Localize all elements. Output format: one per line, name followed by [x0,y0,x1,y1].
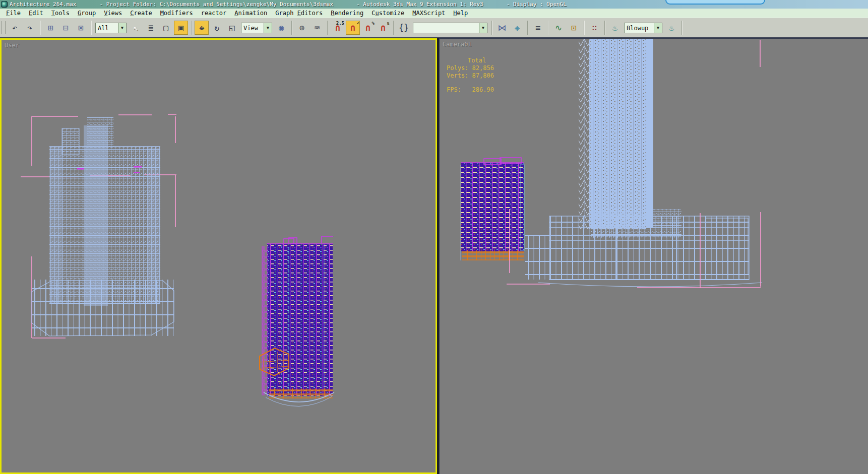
menu-item-tools[interactable]: Tools [47,9,74,17]
viewport-area: User [0,38,868,474]
chevron-down-icon[interactable]: ▼ [264,23,272,33]
angle-snap-toggle[interactable]: ∩∠ [346,21,360,35]
menu-item-create[interactable]: Create [126,9,156,17]
stats-fps: FPS: 286.90 [447,86,494,94]
toolbar-separator [40,21,40,35]
user-viewport-canvas[interactable] [2,40,436,472]
window-crossing-toggle[interactable]: ▣ [174,21,188,35]
snap-type-label: ⇅ [387,21,390,26]
percent-snap-icon: ∩ [365,23,371,32]
chevron-down-icon[interactable]: ▼ [479,23,487,33]
select-and-scale-icon: ◱ [229,24,234,32]
menu-item-graph-editors[interactable]: Graph Editors [271,9,327,17]
snap-type-label: 2.5 [336,21,344,26]
viewport-user[interactable]: User [0,38,437,474]
select-and-move-button[interactable]: ↔↕ [195,21,209,35]
toolbar-separator [91,21,91,35]
angle-snap-icon: ∩ [350,23,356,32]
undo-button[interactable]: ↶ [8,21,22,35]
menu-item-maxscript[interactable]: MAXScript [408,9,449,17]
toolbar-separator [548,21,548,35]
title-filename: Architecture 264.max [10,1,76,8]
spinner-snap-toggle[interactable]: ∩⇅ [376,21,390,35]
menu-item-modifiers[interactable]: Modifiers [156,9,197,17]
3dsmax-window: Architecture 264.max - Project Folder: C… [0,0,868,474]
building-podium-camera [525,209,762,287]
toolbar-separator [393,21,394,35]
stats-total-label: Total [468,57,494,64]
rectangular-selection-region-button[interactable]: ▢ [159,21,173,35]
viewport-label-camera[interactable]: Camera01 [443,41,472,48]
named-selection-sets-combo[interactable]: ▼ [413,23,487,33]
select-object-button[interactable]: ↖ [129,21,143,35]
viewport-statistics: Total Polys: 82,856 Verts: 87,806 FPS: 2… [447,57,494,94]
select-by-name-button[interactable]: ≣ [144,21,158,35]
edit-named-selection-sets-button[interactable]: {} [397,21,411,35]
snap-type-label: ∠ [357,21,359,26]
chevron-down-icon[interactable]: ▼ [654,23,662,33]
move-crosshair-icon: ↕ [199,23,204,32]
material-editor-icon: ∷ [592,24,597,32]
menu-item-reactor[interactable]: reactor [197,9,231,17]
use-pivot-point-center-button[interactable]: ◉ [274,21,288,35]
percent-snap-toggle[interactable]: ∩% [361,21,375,35]
menu-item-customize[interactable]: Customize [367,9,408,17]
toolbar-separator [527,21,528,35]
render-scene-dialog-button[interactable]: ♨ [608,21,622,35]
viewport-camera[interactable]: Camera01 Total Polys: 82,856 Verts: 87,8… [439,38,868,474]
viewport-label-user[interactable]: User [5,42,19,49]
redo-button[interactable]: ↷ [23,21,37,35]
toolbar-separator [491,21,492,35]
select-and-link-button[interactable]: ⊞ [43,21,57,35]
rectangular-selection-region-icon: ▢ [163,24,168,32]
layer-manager-icon: ≡ [535,24,540,32]
stats-verts: Verts: 87,806 [447,72,494,80]
title-project-folder: - Project Folder: C:\Documents and Setti… [99,1,333,8]
bind-to-space-warp-button[interactable]: ⊠ [74,21,88,35]
menu-item-rendering[interactable]: Rendering [327,9,367,17]
chevron-down-icon[interactable]: ▼ [118,23,126,33]
select-and-manipulate-button[interactable]: ⊕ [295,21,309,35]
building-blue-tower-user [32,117,174,336]
selection-filter-combo[interactable]: All▼ [95,23,127,33]
menu-item-views[interactable]: Views [100,9,126,17]
menu-item-group[interactable]: Group [74,9,100,17]
menu-item-file[interactable]: File [2,9,25,17]
toolbar-separator [604,21,605,35]
mirror-button[interactable]: ⋈ [495,21,509,35]
render-type-combo-value: Blowup [625,23,654,33]
quick-render-icon: ♨ [669,24,674,32]
schematic-view-button[interactable]: ⊡ [567,21,581,35]
camera-viewport-canvas[interactable] [440,39,868,474]
reference-coordinate-system-combo[interactable]: View▼ [241,23,272,33]
curve-editor-button[interactable]: ∿ [551,21,566,35]
toolbar-separator [584,21,584,35]
layer-manager-button[interactable]: ≡ [531,21,545,35]
stats-polys: Polys: 82,856 [447,64,494,72]
toolbar-separator [681,21,682,35]
render-scene-dialog-icon: ♨ [612,24,617,32]
keyboard-shortcut-override-toggle[interactable]: ⌨ [310,21,324,35]
select-by-name-icon: ≣ [148,24,153,32]
menu-item-animation[interactable]: Animation [230,9,271,17]
snap-toggle-25d-button[interactable]: ∩2.5 [331,21,345,35]
building-blue-tower-camera [579,39,653,229]
select-and-manipulate-icon: ⊕ [299,24,304,32]
toolbar-grip[interactable] [2,21,6,34]
spinner-snap-icon: ∩ [381,23,386,32]
redo-icon: ↷ [27,24,32,32]
select-and-scale-button[interactable]: ◱ [225,21,239,35]
title-display-driver: - Display : OpenGL [507,1,567,8]
menu-item-help[interactable]: Help [449,9,472,17]
align-icon: ◈ [515,24,520,32]
named-selection-sets-combo-value [413,23,479,33]
quick-render-button[interactable]: ♨ [664,21,678,35]
window-crossing-icon: ▣ [178,24,183,32]
unlink-selection-button[interactable]: ⊟ [58,21,73,35]
material-editor-button[interactable]: ∷ [587,21,601,35]
use-pivot-point-center-icon: ◉ [279,24,284,32]
render-type-combo[interactable]: Blowup▼ [624,23,662,33]
align-button[interactable]: ◈ [510,21,524,35]
menu-item-edit[interactable]: Edit [25,9,47,17]
select-and-rotate-button[interactable]: ↻ [210,21,224,35]
